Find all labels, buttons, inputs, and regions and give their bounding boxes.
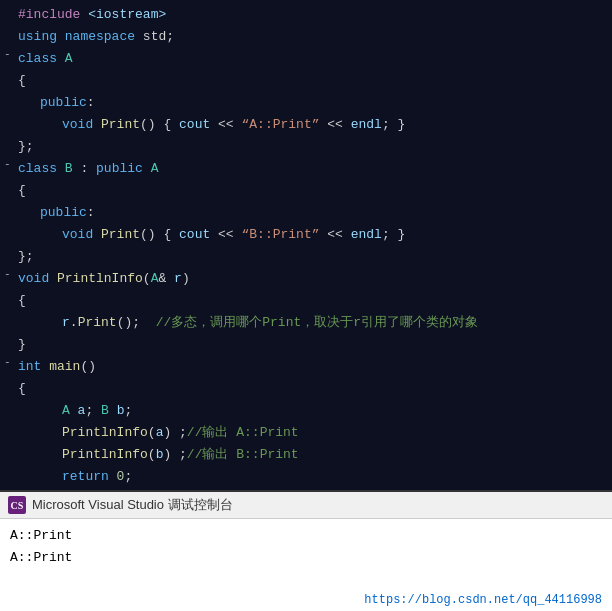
- token: main: [49, 359, 80, 374]
- token: #include: [18, 7, 88, 22]
- token: () {: [140, 117, 179, 132]
- line-content: class B : public A: [16, 158, 158, 180]
- line-content: #include <iostream>: [16, 4, 166, 26]
- vs-icon: CS: [8, 496, 26, 514]
- line-content: int main(): [16, 356, 96, 378]
- token: endl: [351, 117, 382, 132]
- token: PrintlnInfo: [62, 447, 148, 462]
- token: A: [65, 51, 73, 66]
- code-line: -class A: [0, 48, 612, 70]
- token: ) ;: [163, 447, 186, 462]
- line-content: PrintlnInfo(a) ;//输出 A::Print: [16, 422, 299, 444]
- code-line: {: [0, 378, 612, 400]
- token: (: [148, 447, 156, 462]
- line-content: }: [16, 334, 26, 356]
- line-content: {: [16, 378, 26, 400]
- token: B: [65, 161, 81, 176]
- token: Print: [101, 227, 140, 242]
- token: Print: [78, 315, 117, 330]
- token: “B::Print”: [241, 227, 319, 242]
- token: (: [143, 271, 151, 286]
- code-line: PrintlnInfo(b) ;//输出 B::Print: [0, 444, 612, 466]
- token: <<: [210, 227, 241, 242]
- console-url[interactable]: https://blog.csdn.net/qq_44116998: [364, 593, 602, 607]
- line-content: {: [16, 180, 26, 202]
- token: //输出 B::Print: [187, 447, 299, 462]
- code-line: r.Print(); //多态，调用哪个Print，取决于r引用了哪个类的对象: [0, 312, 612, 334]
- token: };: [18, 249, 34, 264]
- token: std: [143, 29, 166, 44]
- line-content: class A: [16, 48, 73, 70]
- token: void: [18, 271, 57, 286]
- token: ();: [117, 315, 156, 330]
- line-content: public:: [16, 92, 95, 114]
- token: &: [158, 271, 174, 286]
- token: (: [148, 425, 156, 440]
- token: public: [40, 205, 87, 220]
- token: (): [80, 359, 96, 374]
- code-line: void Print() { cout << “A::Print” << end…: [0, 114, 612, 136]
- token: ) ;: [163, 425, 186, 440]
- token: <<: [320, 227, 351, 242]
- code-line: -class B : public A: [0, 158, 612, 180]
- token: ): [182, 271, 190, 286]
- token: }: [18, 337, 26, 352]
- token: r: [62, 315, 70, 330]
- code-line: {: [0, 180, 612, 202]
- code-line: {: [0, 290, 612, 312]
- line-content: {: [16, 290, 26, 312]
- token: PrintlnInfo: [62, 425, 148, 440]
- token: int: [18, 359, 49, 374]
- code-line: return 0;: [0, 466, 612, 488]
- code-line: };: [0, 246, 612, 268]
- console-output-line-2: A::Print: [10, 547, 602, 569]
- line-content: void Print() { cout << “B::Print” << end…: [16, 224, 405, 246]
- token: void: [62, 117, 101, 132]
- token: public: [40, 95, 87, 110]
- token: endl: [351, 227, 382, 242]
- token: {: [18, 293, 26, 308]
- line-content: r.Print(); //多态，调用哪个Print，取决于r引用了哪个类的对象: [16, 312, 478, 334]
- code-editor: #include <iostream>using namespace std;-…: [0, 0, 612, 490]
- token: <<: [210, 117, 241, 132]
- token: ;: [85, 403, 101, 418]
- console-title: Microsoft Visual Studio 调试控制台: [32, 496, 233, 514]
- token: PrintlnInfo: [57, 271, 143, 286]
- collapse-button[interactable]: -: [4, 48, 16, 60]
- token: public: [96, 161, 151, 176]
- line-content: A a; B b;: [16, 400, 132, 422]
- line-content: void PrintlnInfo(A& r): [16, 268, 190, 290]
- token: {: [18, 381, 26, 396]
- token: class: [18, 51, 65, 66]
- token: ;: [166, 29, 174, 44]
- collapse-button[interactable]: -: [4, 356, 16, 368]
- collapse-button[interactable]: -: [4, 158, 16, 170]
- token: :: [87, 205, 95, 220]
- code-line: }: [0, 334, 612, 356]
- code-line: };: [0, 136, 612, 158]
- token: <iostream>: [88, 7, 166, 22]
- code-line: #include <iostream>: [0, 4, 612, 26]
- token: };: [18, 139, 34, 154]
- code-line: -void PrintlnInfo(A& r): [0, 268, 612, 290]
- token: .: [70, 315, 78, 330]
- console-header: CS Microsoft Visual Studio 调试控制台: [0, 492, 612, 519]
- token: ;: [124, 469, 132, 484]
- console-output-line-1: A::Print: [10, 525, 602, 547]
- code-line: PrintlnInfo(a) ;//输出 A::Print: [0, 422, 612, 444]
- code-line: void Print() { cout << “B::Print” << end…: [0, 224, 612, 246]
- console-body: A::Print A::Print https://blog.csdn.net/…: [0, 519, 612, 611]
- token: return: [62, 469, 117, 484]
- token: :: [80, 161, 96, 176]
- line-content: {: [16, 70, 26, 92]
- token: Print: [101, 117, 140, 132]
- token: cout: [179, 227, 210, 242]
- token: ; }: [382, 117, 405, 132]
- line-content: using namespace std;: [16, 26, 174, 48]
- token: {: [18, 183, 26, 198]
- line-content: PrintlnInfo(b) ;//输出 B::Print: [16, 444, 299, 466]
- collapse-button[interactable]: -: [4, 268, 16, 280]
- token: r: [174, 271, 182, 286]
- code-line: public:: [0, 92, 612, 114]
- line-content: return 0;: [16, 466, 132, 488]
